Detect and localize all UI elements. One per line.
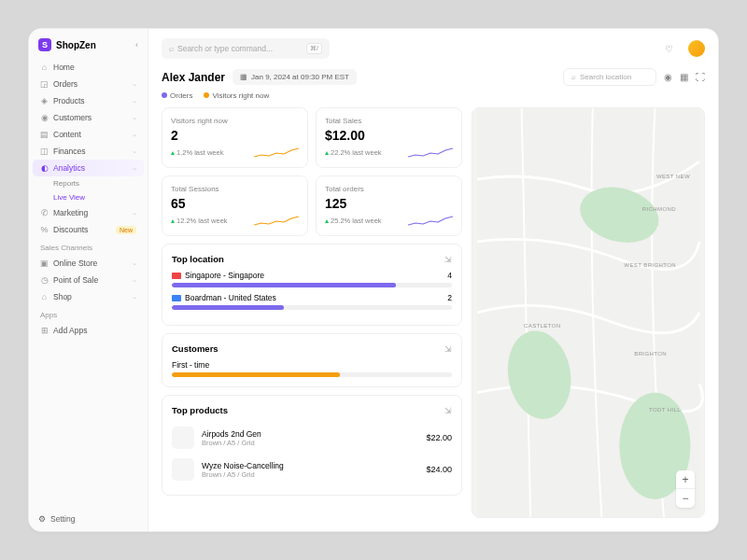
command-search[interactable]: ⌕ Search or type command... ⌘/: [162, 38, 330, 59]
map-zoom: + −: [676, 470, 695, 508]
customers-icon: ◉: [40, 113, 49, 122]
sparkline: [408, 146, 453, 159]
product-meta: Brown / A5 / Grid: [202, 439, 418, 447]
brand-name: ShopZen: [56, 40, 96, 50]
location-count: 2: [447, 293, 452, 302]
sidebar-item-analytics[interactable]: ◐Analytics⌵: [33, 160, 144, 176]
search-kbd: ⌘/: [306, 43, 322, 54]
fullscreen-icon[interactable]: ⛶: [696, 72, 705, 82]
panel-title: Customers: [172, 343, 218, 354]
sparkline: [254, 214, 299, 227]
zoom-in-button[interactable]: +: [676, 470, 695, 489]
chevron-icon: ⌵: [133, 131, 136, 138]
sidebar-item-orders[interactable]: ◲Orders⌵: [33, 76, 144, 92]
map-label: WEST BRIGHTON: [624, 262, 676, 268]
stat-label: Total Sessions: [171, 185, 299, 193]
sidebar-label: Analytics: [53, 163, 85, 173]
map-label: WEST NEW: [656, 174, 690, 179]
sparkline: [408, 214, 453, 227]
stat-value: 65: [171, 196, 299, 211]
sidebar-setting[interactable]: ⚙ Setting: [29, 507, 148, 531]
product-image: [172, 458, 194, 481]
chevron-icon: ⌵: [133, 114, 136, 121]
sidebar-label: Home: [53, 63, 75, 72]
zoom-out-button[interactable]: −: [676, 489, 695, 508]
date-picker[interactable]: ▦ Jan 9, 2024 at 09:30 PM EST: [233, 69, 357, 85]
sidebar-item-products[interactable]: ◈Products⌵: [33, 92, 144, 109]
sidebar-label: Marketing: [53, 208, 88, 217]
stat-trend: ▴ 12.2% last week: [171, 217, 228, 225]
sidebar-sub-reports[interactable]: Reports: [33, 176, 144, 190]
stat-trend: ▴ 25.2% last week: [325, 217, 382, 225]
product-name: Wyze Noise-Cancelling: [202, 461, 418, 470]
sidebar-item-home[interactable]: ⌂Home: [33, 59, 144, 76]
sidebar-sub-live-view[interactable]: Live View: [33, 190, 144, 204]
channels-header: Sales Channels: [33, 238, 144, 255]
panel-title: Top location: [172, 254, 224, 264]
sidebar-label: Customers: [53, 113, 92, 122]
stat-value: $12.00: [325, 128, 453, 143]
export-icon[interactable]: ⇲: [444, 255, 452, 264]
export-icon[interactable]: ⇲: [444, 344, 452, 354]
product-row[interactable]: Airpods 2nd GenBrown / A5 / Grid$22.00: [172, 422, 452, 454]
marketing-icon: ✆: [40, 208, 49, 217]
sidebar-item-online-store[interactable]: ▣Online Store⌵: [33, 255, 144, 272]
sidebar-item-discounts[interactable]: %DiscountsNew: [33, 221, 144, 238]
sidebar-item-shop[interactable]: ⌂Shop⌵: [33, 288, 144, 305]
chevron-icon: ⌵: [133, 259, 136, 267]
chevron-icon: ⌵: [133, 80, 136, 88]
map-label: BRIGHTON: [634, 351, 667, 357]
stat-trend: ▴ 22.2% last week: [325, 148, 382, 157]
sidebar-item-marketing[interactable]: ✆Marketing⌵: [33, 204, 144, 221]
eye-icon[interactable]: ◉: [664, 72, 672, 82]
date-text: Jan 9, 2024 at 09:30 PM EST: [251, 73, 349, 81]
map-label: RICHMOND: [642, 206, 676, 212]
product-price: $22.00: [426, 433, 452, 442]
sidebar-item-add-apps[interactable]: ⊞Add Apps: [33, 322, 144, 339]
stat-label: Total Sales: [325, 117, 453, 125]
customers-label: First - time: [172, 360, 452, 370]
product-image: [172, 427, 194, 449]
location-row: Boardman - United States2: [172, 293, 452, 310]
collapse-icon[interactable]: ‹: [135, 40, 138, 49]
stat-value: 2: [171, 128, 299, 143]
legend-visitors: Visitors right now: [204, 91, 269, 100]
legend-orders: Orders: [162, 91, 192, 100]
sidebar-label: Discounts: [53, 225, 88, 234]
bell-icon[interactable]: ♡: [665, 44, 673, 54]
chevron-icon: ⌵: [133, 147, 136, 155]
product-price: $24.00: [426, 465, 452, 474]
stat-card: Total orders125▴ 25.2% last week: [316, 175, 462, 236]
logo[interactable]: S ShopZen ‹: [29, 29, 148, 59]
map-label: TODT HILL: [649, 407, 681, 413]
finances-icon: ◫: [40, 147, 49, 156]
stat-card: Total Sessions65▴ 12.2% last week: [162, 175, 308, 236]
search-icon: ⌕: [571, 73, 576, 81]
sidebar-label: Content: [53, 130, 81, 139]
sidebar-item-finances[interactable]: ◫Finances⌵: [33, 143, 144, 160]
chevron-icon: ⌵: [133, 293, 136, 301]
product-row[interactable]: Wyze Noise-CancellingBrown / A5 / Grid$2…: [172, 454, 452, 485]
stat-card: Visitors right now2▴ 1.2% last week: [162, 107, 308, 168]
map-icon[interactable]: ▦: [680, 72, 688, 82]
product-name: Airpods 2nd Gen: [202, 429, 418, 439]
discounts-icon: %: [40, 225, 49, 234]
top-location-panel: Top location ⇲ Singapore - Singapore4Boa…: [162, 244, 462, 326]
export-icon[interactable]: ⇲: [444, 406, 452, 415]
sidebar-item-content[interactable]: ▤Content⌵: [33, 126, 144, 143]
map[interactable]: WEST NEW RICHMOND WEST BRIGHTON CASTLETO…: [472, 107, 705, 518]
avatar[interactable]: [688, 40, 705, 57]
chevron-icon: ⌵: [133, 209, 136, 217]
calendar-icon: ▦: [240, 73, 247, 81]
panel-title: Top products: [172, 405, 228, 415]
sidebar-item-customers[interactable]: ◉Customers⌵: [33, 109, 144, 126]
page-title: Alex Jander: [162, 71, 225, 84]
location-name: Boardman - United States: [172, 293, 276, 302]
setting-label: Setting: [50, 514, 75, 524]
stat-card: Total Sales$12.00▴ 22.2% last week: [316, 107, 462, 168]
badge-new: New: [116, 226, 136, 234]
stat-trend: ▴ 1.2% last week: [171, 148, 223, 157]
location-search[interactable]: ⌕ Search location: [563, 68, 656, 86]
product-meta: Brown / A5 / Grid: [202, 470, 418, 479]
sidebar-item-point-of-sale[interactable]: ◷Point of Sale⌵: [33, 272, 144, 288]
